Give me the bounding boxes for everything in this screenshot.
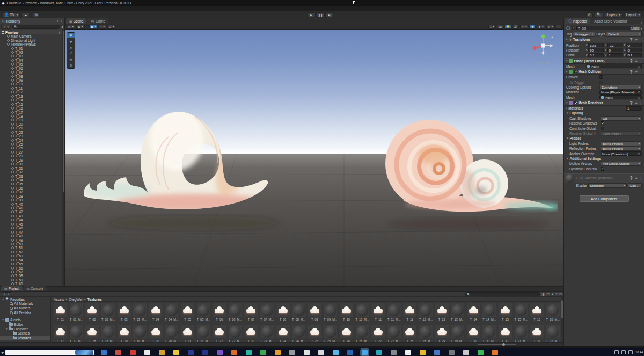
breadcrumb-mid[interactable]: OlegWer bbox=[69, 297, 83, 301]
presets-icon[interactable]: ⇄ bbox=[635, 176, 638, 180]
taskbar-search-box[interactable] bbox=[5, 350, 94, 355]
asset-item[interactable]: T_06_M... bbox=[228, 303, 244, 323]
app-icon[interactable] bbox=[173, 350, 179, 355]
dynamic-occlusion-checkbox[interactable] bbox=[601, 167, 604, 171]
asset-item[interactable]: T_32 bbox=[529, 325, 545, 342]
asset-item[interactable]: T_10_M... bbox=[354, 303, 370, 323]
pause-button[interactable]: ❚❚ bbox=[316, 12, 325, 17]
app-icon[interactable] bbox=[463, 350, 469, 355]
asset-item[interactable]: T_07_M... bbox=[259, 303, 275, 323]
hierarchy-scrollbar[interactable] bbox=[62, 30, 64, 286]
asset-item[interactable]: T_09 bbox=[307, 303, 323, 323]
z-value-field[interactable]: 0.1 bbox=[626, 53, 642, 57]
hierarchy-texture-item[interactable]: T_44 bbox=[0, 218, 64, 222]
hierarchy-texture-item[interactable]: T_16 bbox=[0, 106, 64, 110]
hierarchy-texture-item[interactable]: T_33 bbox=[0, 174, 64, 178]
eye-toggle-icon[interactable]: ᴣ bbox=[57, 19, 58, 23]
hierarchy-texture-item[interactable]: T_04 bbox=[0, 59, 64, 62]
tab-game[interactable]: 🎮 Game bbox=[87, 18, 108, 24]
camera-dropdown[interactable]: ✛▾ bbox=[546, 25, 554, 29]
project-tree-item[interactable]: Textures bbox=[0, 336, 50, 340]
create-asset-button[interactable]: +▾ bbox=[2, 292, 11, 296]
hierarchy-texture-item[interactable]: T_45 bbox=[0, 222, 64, 226]
asset-item[interactable]: T_05 bbox=[180, 303, 196, 323]
motion-vectors-dropdown[interactable]: Per Object Motion▾ bbox=[601, 162, 642, 166]
asset-item[interactable]: T_16_M... bbox=[545, 303, 561, 323]
probes-foldout[interactable]: ▼ bbox=[566, 137, 568, 140]
search-filter-icon[interactable]: ◨ bbox=[61, 25, 63, 28]
active-checkbox[interactable] bbox=[572, 26, 575, 30]
asset-item[interactable]: T_22_M... bbox=[228, 325, 244, 342]
help-icon[interactable]: ❔ bbox=[629, 70, 633, 74]
shading-mode-dropdown[interactable]: ●▾ bbox=[488, 25, 496, 29]
asset-item[interactable]: T_25 bbox=[307, 325, 323, 342]
help-icon[interactable]: ❔ bbox=[629, 59, 633, 63]
presets-icon[interactable]: ⇄ bbox=[635, 70, 638, 74]
collider-mesh-field[interactable]: Plane⊙ bbox=[599, 95, 642, 99]
hierarchy-texture-item[interactable]: T_24 bbox=[0, 138, 64, 142]
project-tree-item[interactable]: All Prefabs bbox=[0, 310, 50, 315]
asset-item[interactable]: T_17 bbox=[53, 325, 69, 342]
asset-item[interactable]: T_27 bbox=[370, 325, 386, 342]
more-icon[interactable]: ⋮ bbox=[639, 176, 642, 180]
asset-item[interactable]: T_13 bbox=[434, 303, 450, 323]
material-preview-sphere[interactable] bbox=[566, 174, 574, 183]
project-search-input[interactable]: 🔍 bbox=[465, 292, 540, 296]
materials-foldout[interactable]: ▸ bbox=[566, 107, 567, 110]
more-icon[interactable]: ⋮ bbox=[639, 101, 642, 105]
hierarchy-texture-item[interactable]: T_52 bbox=[0, 250, 64, 254]
hierarchy-texture-item[interactable]: T_05 bbox=[0, 62, 64, 66]
hierarchy-texture-item[interactable]: T_60 bbox=[0, 282, 64, 286]
hierarchy-texture-item[interactable]: T_10 bbox=[0, 82, 64, 86]
asset-item[interactable]: T_13_M... bbox=[450, 303, 466, 323]
hierarchy-texture-item[interactable]: T_34 bbox=[0, 178, 64, 182]
gizmos-dropdown[interactable]: ◈▾ bbox=[537, 25, 545, 29]
hierarchy-texture-item[interactable]: T_39 bbox=[0, 198, 64, 202]
asset-item[interactable]: T_03_M... bbox=[132, 303, 148, 323]
asset-item[interactable]: T_27_M... bbox=[386, 325, 402, 342]
hierarchy-tab[interactable]: Hierarchy bbox=[5, 19, 20, 23]
project-tree-item[interactable]: ▼ OlegWer bbox=[0, 326, 50, 331]
search-by-type-icon[interactable]: ◨ bbox=[541, 292, 545, 296]
cloud-mesh-spiral[interactable] bbox=[370, 119, 558, 213]
asset-item[interactable]: T_31 bbox=[497, 325, 514, 342]
hierarchy-texture-item[interactable]: T_56 bbox=[0, 266, 64, 270]
tab-project[interactable]: ▤ Project bbox=[1, 286, 23, 291]
asset-item[interactable]: T_18_M... bbox=[100, 325, 116, 342]
component-enabled-checkbox[interactable] bbox=[574, 70, 577, 73]
asset-item[interactable]: T_16 bbox=[529, 303, 545, 323]
asset-item[interactable]: T_02 bbox=[84, 303, 100, 323]
snap-toggle[interactable]: ⌗▾ bbox=[99, 25, 106, 29]
hierarchy-item[interactable]: Main Camera bbox=[0, 34, 64, 38]
app-icon[interactable] bbox=[115, 350, 121, 355]
asset-item[interactable]: T_30 bbox=[465, 325, 481, 342]
lighting-foldout[interactable]: ▼ bbox=[566, 112, 568, 114]
app-icon[interactable] bbox=[159, 350, 165, 355]
scene-row-preview[interactable]: Preview ⋮ bbox=[0, 30, 64, 34]
x-value-field[interactable]: 0.1 bbox=[588, 53, 604, 57]
more-icon[interactable]: ⋮ bbox=[555, 25, 562, 29]
receive-shadows-checkbox[interactable] bbox=[601, 121, 604, 125]
hierarchy-texture-item[interactable]: T_57 bbox=[0, 270, 64, 274]
hierarchy-texture-item[interactable]: T_42 bbox=[0, 210, 64, 214]
asset-item[interactable]: T_31_M... bbox=[513, 325, 529, 342]
hierarchy-texture-item[interactable]: T_30 bbox=[0, 162, 64, 166]
asset-item[interactable]: T_15_M... bbox=[513, 303, 529, 323]
object-picker-icon[interactable]: ⊙ bbox=[638, 152, 640, 156]
hierarchy-texture-item[interactable]: T_35 bbox=[0, 182, 64, 186]
hierarchy-texture-item[interactable]: T_01 bbox=[0, 46, 64, 50]
snap-increment-dropdown[interactable]: ⊞▾ bbox=[107, 25, 115, 29]
tab-console[interactable]: ▥ Console bbox=[23, 286, 47, 291]
app-icon[interactable] bbox=[275, 350, 281, 355]
hierarchy-search-input[interactable]: 🔍 bbox=[12, 25, 60, 29]
hierarchy-texture-item[interactable]: T_58 bbox=[0, 274, 64, 278]
hierarchy-texture-item[interactable]: T_25 bbox=[0, 142, 64, 146]
object-picker-icon[interactable]: ⊙ bbox=[638, 64, 640, 68]
transform-tool-button[interactable]: ⊕ bbox=[67, 62, 75, 68]
asset-item[interactable]: T_08_M... bbox=[291, 303, 307, 323]
more-icon[interactable]: ⋮ bbox=[639, 59, 642, 63]
app-icon[interactable] bbox=[246, 350, 252, 355]
transform-component-header[interactable]: ▼⊹ Transform ❔⇄⋮ bbox=[564, 37, 644, 42]
presets-icon[interactable]: ⇄ bbox=[635, 59, 638, 63]
foldout-arrow[interactable]: ▼ bbox=[2, 298, 4, 301]
